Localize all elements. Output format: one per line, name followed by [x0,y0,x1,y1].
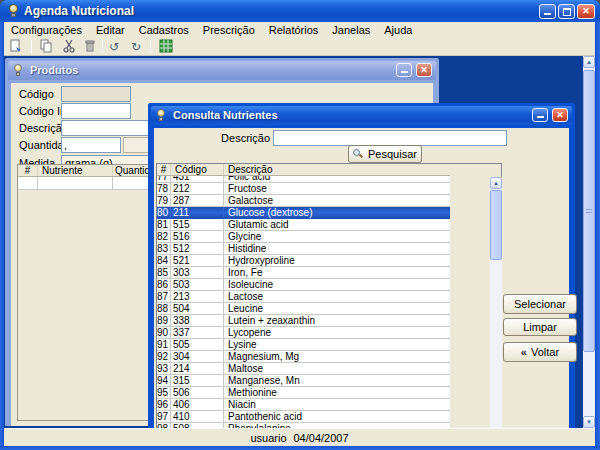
menu-cadastros[interactable]: Cadastros [132,22,196,38]
descricao-search-input[interactable] [273,130,507,146]
row-num: 97 [157,411,171,422]
row-code: 211 [171,207,224,218]
table-row[interactable]: 84521Hydroxyproline [157,255,450,267]
copy-button[interactable] [36,39,56,55]
row-code: 214 [171,363,224,374]
window-border-right [595,22,600,450]
table-row[interactable]: 83512Histidine [157,243,450,255]
table-row[interactable]: 92304Magnesium, Mg [157,351,450,363]
row-num: 91 [157,339,171,350]
table-row[interactable]: 90337Lycopene [157,327,450,339]
scroll-up-button[interactable]: ▲ [490,177,502,189]
row-code: 287 [171,195,224,206]
new-record-button[interactable] [6,39,26,55]
row-num: 96 [157,399,171,410]
produtos-minimize-button[interactable] [396,63,412,77]
chevron-down-icon: ▼ [586,419,592,425]
row-desc: Histidine [224,243,450,254]
selecionar-button[interactable]: Selecionar [503,294,577,314]
scroll-down-button[interactable]: ▼ [583,416,595,428]
table-row[interactable]: 94315Manganese, Mn [157,375,450,387]
codigo-field[interactable] [61,86,131,102]
table-row[interactable]: 80211Glucose (dextrose) [157,207,450,219]
scrollbar-thumb[interactable] [583,70,595,352]
row-desc: Lutein + zeaxanthin [224,315,450,326]
menu-configuracoes[interactable]: Configurações [4,22,89,38]
main-window: Agenda Nutricional ✕ ConfiguraçõesEditar… [0,0,600,450]
table-row[interactable]: 96406Niacin [157,399,450,411]
pesquisar-button[interactable]: Pesquisar [348,145,422,163]
row-code: 504 [171,303,224,314]
row-num: 94 [157,375,171,386]
delete-icon [83,39,97,53]
produtos-titlebar[interactable]: Produtos ✕ [8,61,436,80]
menu-ajuda[interactable]: Ajuda [377,22,419,38]
grid-icon [159,39,173,53]
row-code: 304 [171,351,224,362]
status-user: usuario [250,432,286,444]
table-row[interactable]: 78212Fructose [157,183,450,195]
row-code: 515 [171,219,224,230]
table-row[interactable]: 86503Isoleucine [157,279,450,291]
row-desc: Fructose [224,183,450,194]
produtos-close-button[interactable]: ✕ [416,63,432,77]
table-row[interactable]: 88504Leucine [157,303,450,315]
consulta-titlebar[interactable]: Consulta Nutrientes ✕ [151,106,572,125]
table-row[interactable]: 89338Lutein + zeaxanthin [157,315,450,327]
scroll-up-button[interactable]: ▲ [583,56,595,68]
quantidade-field[interactable] [61,137,121,153]
window-icon [13,64,25,77]
grid-scrollbar[interactable]: ▲ [490,177,502,429]
app-icon [7,4,21,18]
menu-relatorios[interactable]: Relatórios [262,22,326,38]
menu-prescricao[interactable]: Prescrição [196,22,262,38]
row-desc: Folic acid [224,176,450,182]
table-row[interactable]: 77431Folic acid [157,176,450,183]
table-row[interactable]: 95506Methionine [157,387,450,399]
menu-janelas[interactable]: Janelas [325,22,377,38]
col-descricao: Descrição [224,164,450,175]
voltar-button[interactable]: « Voltar [503,342,577,362]
app-title: Agenda Nutricional [24,4,134,18]
menu-editar[interactable]: Editar [89,22,132,38]
nutrients-grid: # Código Int. Descrição 77431Folic acid7… [156,163,502,431]
delete-button[interactable] [80,39,100,55]
row-code: 410 [171,411,224,422]
grid-button[interactable] [156,39,176,55]
table-row[interactable]: 91505Lysine [157,339,450,351]
table-row[interactable]: 87213Lactose [157,291,450,303]
scrollbar-thumb[interactable] [490,190,502,260]
table-row[interactable]: 79287Galactose [157,195,450,207]
redo-button[interactable]: ↻ [126,39,146,55]
table-row[interactable]: 97410Pantothenic acid [157,411,450,423]
row-code: 303 [171,267,224,278]
row-desc: Leucine [224,303,450,314]
row-desc: Maltose [224,363,450,374]
table-row[interactable]: 85303Iron, Fe [157,267,450,279]
consulta-close-button[interactable]: ✕ [552,108,568,122]
search-icon [353,149,364,160]
minimize-icon [544,13,551,15]
maximize-button[interactable] [558,4,575,19]
cut-button[interactable] [59,39,79,55]
main-titlebar[interactable]: Agenda Nutricional ✕ [0,0,600,22]
undo-button[interactable]: ↺ [104,39,124,55]
close-button[interactable]: ✕ [577,4,595,19]
row-num: 78 [157,183,171,194]
codigo-int-field[interactable] [61,103,131,119]
table-row[interactable]: 93214Maltose [157,363,450,375]
row-code: 315 [171,375,224,386]
minimize-button[interactable] [539,4,556,19]
row-desc: Magnesium, Mg [224,351,450,362]
mdi-scrollbar[interactable]: ▲ ▼ [583,56,595,428]
limpar-button[interactable]: Limpar [503,318,577,336]
menubar: ConfiguraçõesEditarCadastrosPrescriçãoRe… [4,22,595,38]
maximize-icon [563,8,571,16]
row-num: 89 [157,315,171,326]
table-row[interactable]: 81515Glutamic acid [157,219,450,231]
table-row[interactable]: 82516Glycine [157,231,450,243]
consulta-minimize-button[interactable] [532,108,548,122]
toolbar: ↺ ↻ [4,38,595,56]
produtos-title: Produtos [30,64,78,76]
redo-icon: ↻ [131,40,141,54]
